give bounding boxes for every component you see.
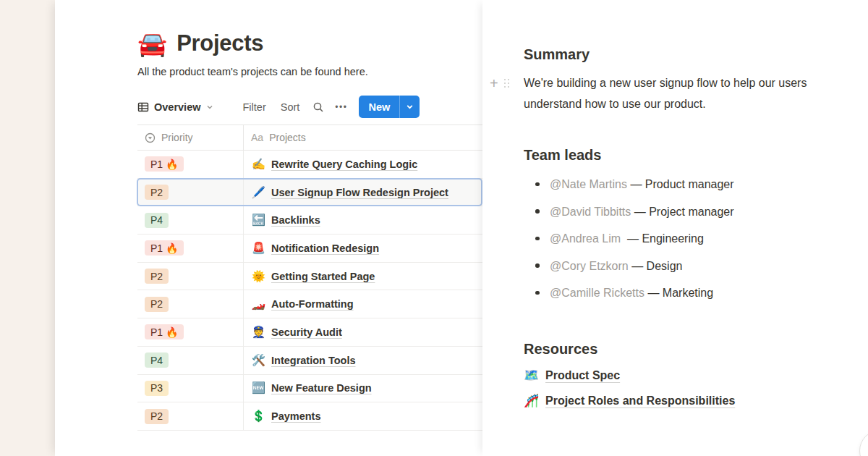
priority-cell[interactable]: P2 — [137, 263, 244, 290]
chevron-down-icon — [406, 103, 414, 111]
team-lead-item[interactable]: @Cory Etzkorn — Design — [524, 258, 856, 274]
title-cell[interactable]: 🚨Notification Redesign — [244, 235, 482, 262]
title-cell[interactable]: 🏎️Auto-Formatting — [244, 290, 482, 318]
column-header-priority[interactable]: Priority — [137, 125, 244, 150]
summary-paragraph-block: + We're building a new user signup flow … — [524, 73, 856, 114]
title-cell[interactable]: ✍️Rewrite Query Caching Logic — [244, 151, 482, 178]
title-cell[interactable]: 🔙Backlinks — [244, 206, 482, 234]
page-link[interactable]: Integration Tools — [271, 355, 356, 366]
table-header: Priority Aa Projects — [137, 124, 482, 151]
column-header-label: Projects — [269, 132, 306, 143]
page-detail-panel: Summary + We're building a new user sign… — [482, 0, 868, 456]
title-cell[interactable]: 🛠️Integration Tools — [244, 347, 482, 374]
priority-badge: P2 — [145, 269, 169, 284]
search-button[interactable] — [312, 101, 324, 113]
page-link[interactable]: Project Roles and Responsibilities — [545, 394, 735, 408]
view-tab-overview[interactable]: Overview — [137, 101, 213, 113]
table-row[interactable]: P1 🔥 👮Security Audit — [137, 318, 482, 347]
new-dropdown-button[interactable] — [400, 96, 420, 118]
team-lead-role: — Engineering — [627, 232, 704, 245]
team-lead-item[interactable]: @Andrea Lim — Engineering — [524, 230, 856, 247]
title-cell[interactable]: 👮Security Audit — [244, 318, 482, 346]
summary-heading[interactable]: Summary — [524, 46, 856, 63]
priority-cell[interactable]: P4 — [137, 347, 244, 374]
priority-cell[interactable]: P2 — [137, 402, 244, 430]
new-button-label[interactable]: New — [359, 96, 399, 118]
page-link[interactable]: Auto-Formatting — [271, 298, 354, 310]
team-lead-item[interactable]: @David Tibbitts — Project manager — [524, 203, 856, 220]
priority-badge: P2 — [145, 297, 169, 312]
left-margin-strip — [0, 0, 55, 456]
page-icon: 🌞 — [251, 270, 266, 283]
table-row[interactable]: P2 💲Payments — [137, 402, 482, 431]
mention-link[interactable]: @David Tibbitts — [550, 206, 631, 218]
resources-heading[interactable]: Resources — [524, 341, 856, 358]
priority-cell[interactable]: P2 — [137, 290, 244, 318]
database-icon[interactable]: 🚘 — [137, 32, 167, 56]
team-lead-item[interactable]: @Nate Martins — Product manager — [524, 176, 856, 193]
mention-link[interactable]: @Andrea Lim — [550, 232, 621, 245]
page-link[interactable]: User Signup Flow Redesign Project — [271, 187, 448, 198]
sort-button[interactable]: Sort — [281, 101, 300, 113]
mention-link[interactable]: @Nate Martins — [550, 178, 627, 190]
table-row[interactable]: P2 🌞Getting Started Page — [137, 263, 482, 291]
mention-link[interactable]: @Cory Etzkorn — [550, 260, 629, 272]
column-header-label: Priority — [161, 132, 193, 143]
team-leads-list: @Nate Martins — Product manager @David T… — [524, 176, 856, 301]
database-title[interactable]: Projects — [176, 30, 263, 56]
summary-paragraph[interactable]: We're building a new user signup flow to… — [524, 73, 856, 114]
page-link[interactable]: Rewrite Query Caching Logic — [271, 159, 417, 170]
table-row[interactable]: P4 🔙Backlinks — [137, 206, 482, 235]
filter-button[interactable]: Filter — [243, 101, 266, 113]
priority-cell[interactable]: P1 🔥 — [137, 318, 244, 346]
title-cell[interactable]: 🆕New Feature Design — [244, 375, 482, 402]
add-block-button[interactable]: + — [490, 76, 498, 90]
team-lead-item[interactable]: @Camille Ricketts — Marketing — [524, 284, 856, 301]
team-leads-heading[interactable]: Team leads — [524, 147, 856, 164]
page-icon: 🏎️ — [251, 297, 266, 311]
table-row[interactable]: P2 🖊️User Signup Flow Redesign Project — [137, 179, 482, 207]
page-link[interactable]: Getting Started Page — [271, 271, 375, 282]
team-lead-role: — Product manager — [630, 178, 733, 190]
page-link[interactable]: Security Audit — [271, 326, 342, 338]
priority-cell[interactable]: P1 🔥 — [137, 235, 244, 262]
page-icon: 🆕 — [251, 381, 266, 394]
priority-cell[interactable]: P4 — [137, 206, 244, 234]
database-description[interactable]: All the product team's projects can be f… — [137, 63, 408, 80]
mention-link[interactable]: @Camille Ricketts — [550, 287, 644, 299]
chevron-down-icon — [206, 104, 213, 111]
priority-badge: P3 — [145, 381, 169, 396]
page-icon: 🖊️ — [251, 186, 266, 199]
priority-cell[interactable]: P3 — [137, 375, 244, 402]
resource-link-project-roles[interactable]: 🎢 Project Roles and Responsibilities — [524, 393, 856, 408]
resource-link-product-spec[interactable]: 🗺️ Product Spec — [524, 368, 856, 383]
page-link[interactable]: New Feature Design — [271, 382, 372, 394]
page-icon: 💲 — [251, 410, 266, 423]
table-row[interactable]: P3 🆕New Feature Design — [137, 375, 482, 403]
block-handles: + — [490, 76, 509, 90]
page-icon: ✍️ — [251, 158, 266, 171]
title-cell[interactable]: 🖊️User Signup Flow Redesign Project — [244, 179, 482, 206]
page-link[interactable]: Payments — [271, 410, 321, 422]
priority-cell[interactable]: P1 🔥 — [137, 151, 244, 178]
page-link[interactable]: Product Spec — [545, 369, 620, 382]
column-header-projects[interactable]: Aa Projects — [244, 125, 482, 150]
more-button[interactable]: ••• — [335, 102, 347, 112]
table-row[interactable]: P1 🔥 ✍️Rewrite Query Caching Logic — [137, 151, 482, 179]
page-link[interactable]: Backlinks — [271, 214, 320, 226]
new-button[interactable]: New — [359, 96, 420, 118]
table-row[interactable]: P1 🔥 🚨Notification Redesign — [137, 235, 482, 263]
search-icon — [312, 101, 324, 113]
database-panel: 🚘 Projects All the product team's projec… — [55, 0, 482, 456]
team-lead-role: — Design — [631, 260, 682, 272]
title-cell[interactable]: 🌞Getting Started Page — [244, 263, 482, 290]
database-title-row: 🚘 Projects — [137, 30, 482, 56]
drag-handle-icon[interactable] — [504, 79, 510, 88]
title-property-icon: Aa — [251, 132, 263, 143]
priority-cell[interactable]: P2 — [137, 179, 244, 206]
table-row[interactable]: P4 🛠️Integration Tools — [137, 347, 482, 375]
title-cell[interactable]: 💲Payments — [244, 402, 482, 430]
page-link[interactable]: Notification Redesign — [271, 242, 379, 254]
page-icon: 🗺️ — [524, 368, 538, 383]
table-row[interactable]: P2 🏎️Auto-Formatting — [137, 290, 482, 318]
